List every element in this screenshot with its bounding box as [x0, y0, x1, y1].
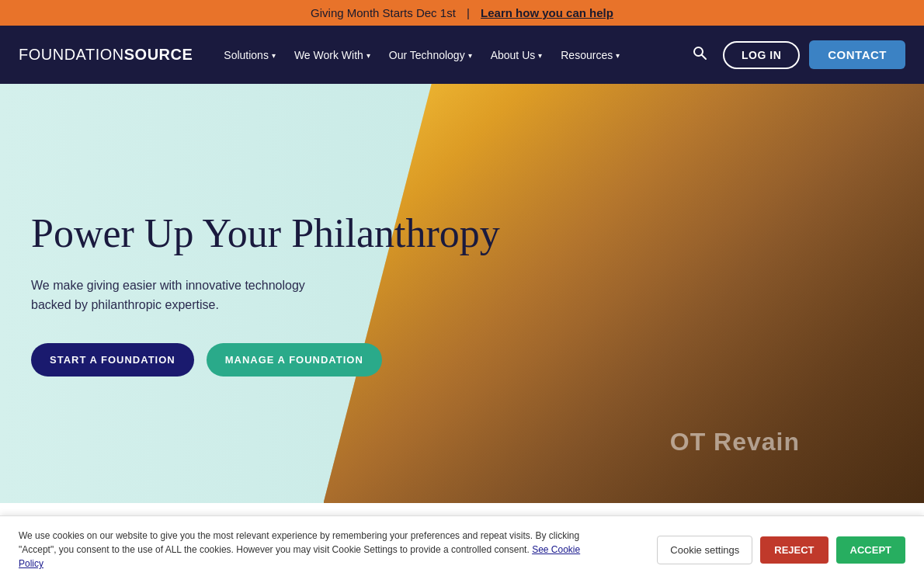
hero-buttons: START A FOUNDATION MANAGE A FOUNDATION	[31, 343, 500, 377]
svg-line-1	[702, 55, 707, 60]
hero-title: Power Up Your Philanthropy	[31, 210, 500, 257]
start-foundation-button[interactable]: START A FOUNDATION	[31, 343, 194, 377]
nav-item-solutions[interactable]: Solutions ▾	[216, 43, 283, 68]
hero-section: Power Up Your Philanthropy We make givin…	[0, 84, 924, 503]
chevron-down-icon: ▾	[616, 51, 620, 60]
nav-right: LOG IN CONTACT	[686, 40, 905, 69]
chevron-down-icon: ▾	[538, 51, 542, 60]
top-banner: Giving Month Starts Dec 1st | Learn how …	[0, 0, 924, 26]
hero-subtitle: We make giving easier with innovative te…	[31, 276, 311, 315]
chevron-down-icon: ▾	[272, 51, 276, 60]
nav-item-resources[interactable]: Resources ▾	[553, 43, 627, 68]
contact-button[interactable]: CONTACT	[809, 40, 905, 69]
chevron-down-icon: ▾	[366, 51, 370, 60]
banner-link[interactable]: Learn how you can help	[481, 6, 613, 19]
watermark: OT Revain	[670, 428, 800, 456]
navbar: FOUNDATIONSOURCE Solutions ▾ We Work Wit…	[0, 26, 924, 84]
banner-separator: |	[467, 6, 470, 19]
hero-content: Power Up Your Philanthropy We make givin…	[0, 179, 500, 408]
login-button[interactable]: LOG IN	[723, 41, 800, 69]
search-icon[interactable]	[686, 42, 714, 68]
nav-item-about-us[interactable]: About Us ▾	[483, 43, 551, 68]
logo-second: SOURCE	[124, 46, 193, 63]
manage-foundation-button[interactable]: MANAGE A FOUNDATION	[207, 343, 382, 377]
nav-links: Solutions ▾ We Work With ▾ Our Technolog…	[216, 43, 686, 68]
nav-item-we-work-with[interactable]: We Work With ▾	[287, 43, 378, 68]
nav-item-our-technology[interactable]: Our Technology ▾	[381, 43, 480, 68]
banner-text: Giving Month Starts Dec 1st	[311, 6, 456, 19]
logo[interactable]: FOUNDATIONSOURCE	[19, 46, 193, 64]
chevron-down-icon: ▾	[468, 51, 472, 60]
logo-first: FOUNDATION	[19, 46, 124, 63]
